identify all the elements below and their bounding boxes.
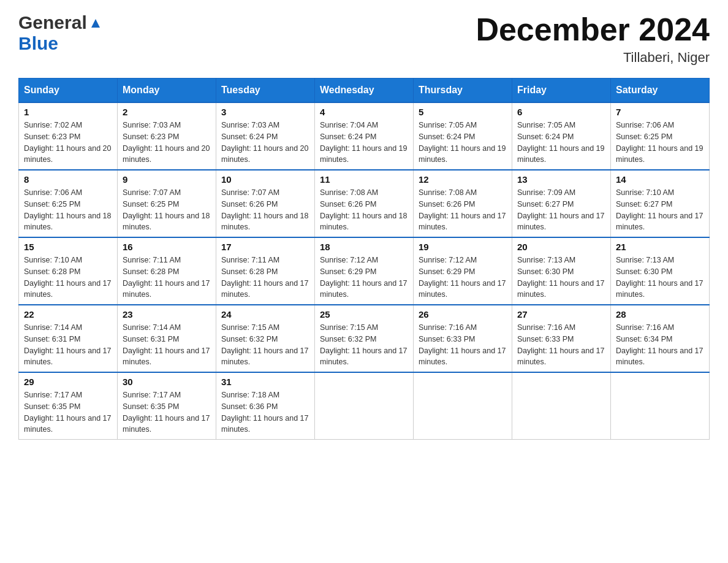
day-number: 31 xyxy=(221,377,309,387)
day-number: 7 xyxy=(616,107,704,117)
day-info: Sunrise: 7:02 AMSunset: 6:23 PMDaylight:… xyxy=(24,120,112,166)
day-info: Sunrise: 7:03 AMSunset: 6:24 PMDaylight:… xyxy=(221,120,309,166)
table-row: 25Sunrise: 7:15 AMSunset: 6:32 PMDayligh… xyxy=(315,305,414,372)
table-row xyxy=(315,372,414,440)
day-number: 28 xyxy=(616,309,704,320)
day-number: 15 xyxy=(24,242,112,252)
table-row: 10Sunrise: 7:07 AMSunset: 6:26 PMDayligh… xyxy=(216,170,315,237)
day-info: Sunrise: 7:17 AMSunset: 6:35 PMDaylight:… xyxy=(24,389,112,435)
table-row: 28Sunrise: 7:16 AMSunset: 6:34 PMDayligh… xyxy=(611,305,710,372)
day-number: 4 xyxy=(320,107,408,117)
day-info: Sunrise: 7:03 AMSunset: 6:23 PMDaylight:… xyxy=(123,120,211,166)
day-info: Sunrise: 7:10 AMSunset: 6:28 PMDaylight:… xyxy=(24,255,112,301)
day-info: Sunrise: 7:04 AMSunset: 6:24 PMDaylight:… xyxy=(320,120,408,166)
calendar-week-row: 1Sunrise: 7:02 AMSunset: 6:23 PMDaylight… xyxy=(19,102,710,170)
table-row: 8Sunrise: 7:06 AMSunset: 6:25 PMDaylight… xyxy=(19,170,118,237)
day-info: Sunrise: 7:09 AMSunset: 6:27 PMDaylight:… xyxy=(517,187,605,233)
table-row: 3Sunrise: 7:03 AMSunset: 6:24 PMDaylight… xyxy=(216,102,315,170)
day-number: 30 xyxy=(123,377,211,387)
day-info: Sunrise: 7:12 AMSunset: 6:29 PMDaylight:… xyxy=(419,255,507,301)
table-row: 26Sunrise: 7:16 AMSunset: 6:33 PMDayligh… xyxy=(414,305,512,372)
table-row: 9Sunrise: 7:07 AMSunset: 6:25 PMDaylight… xyxy=(118,170,216,237)
day-number: 22 xyxy=(24,309,112,320)
day-number: 1 xyxy=(24,107,112,117)
table-row: 31Sunrise: 7:18 AMSunset: 6:36 PMDayligh… xyxy=(216,372,315,440)
day-info: Sunrise: 7:11 AMSunset: 6:28 PMDaylight:… xyxy=(123,255,211,301)
table-row xyxy=(611,372,710,440)
day-number: 11 xyxy=(320,174,408,185)
day-info: Sunrise: 7:08 AMSunset: 6:26 PMDaylight:… xyxy=(320,187,408,233)
table-row: 19Sunrise: 7:12 AMSunset: 6:29 PMDayligh… xyxy=(414,237,512,305)
logo-blue-text: Blue xyxy=(18,33,58,53)
table-row: 15Sunrise: 7:10 AMSunset: 6:28 PMDayligh… xyxy=(19,237,118,305)
table-row: 11Sunrise: 7:08 AMSunset: 6:26 PMDayligh… xyxy=(315,170,414,237)
day-number: 13 xyxy=(517,174,605,185)
table-row: 2Sunrise: 7:03 AMSunset: 6:23 PMDaylight… xyxy=(118,102,216,170)
day-number: 5 xyxy=(419,107,507,117)
day-number: 2 xyxy=(123,107,211,117)
day-info: Sunrise: 7:14 AMSunset: 6:31 PMDaylight:… xyxy=(123,322,211,368)
day-number: 12 xyxy=(419,174,507,185)
table-row: 29Sunrise: 7:17 AMSunset: 6:35 PMDayligh… xyxy=(19,372,118,440)
page-header: General Blue December 2024 Tillaberi, Ni… xyxy=(18,12,710,66)
day-info: Sunrise: 7:07 AMSunset: 6:25 PMDaylight:… xyxy=(123,187,211,233)
table-row xyxy=(414,372,512,440)
day-number: 23 xyxy=(123,309,211,320)
table-row: 23Sunrise: 7:14 AMSunset: 6:31 PMDayligh… xyxy=(118,305,216,372)
day-info: Sunrise: 7:06 AMSunset: 6:25 PMDaylight:… xyxy=(24,187,112,233)
calendar-week-row: 22Sunrise: 7:14 AMSunset: 6:31 PMDayligh… xyxy=(19,305,710,372)
col-saturday: Saturday xyxy=(611,79,710,103)
day-info: Sunrise: 7:14 AMSunset: 6:31 PMDaylight:… xyxy=(24,322,112,368)
day-info: Sunrise: 7:10 AMSunset: 6:27 PMDaylight:… xyxy=(616,187,704,233)
day-info: Sunrise: 7:15 AMSunset: 6:32 PMDaylight:… xyxy=(221,322,309,368)
day-number: 25 xyxy=(320,309,408,320)
day-info: Sunrise: 7:06 AMSunset: 6:25 PMDaylight:… xyxy=(616,120,704,166)
day-number: 18 xyxy=(320,242,408,252)
day-number: 16 xyxy=(123,242,211,252)
day-number: 17 xyxy=(221,242,309,252)
day-info: Sunrise: 7:08 AMSunset: 6:26 PMDaylight:… xyxy=(419,187,507,233)
table-row: 4Sunrise: 7:04 AMSunset: 6:24 PMDaylight… xyxy=(315,102,414,170)
day-info: Sunrise: 7:18 AMSunset: 6:36 PMDaylight:… xyxy=(221,389,309,435)
day-number: 24 xyxy=(221,309,309,320)
calendar-week-row: 15Sunrise: 7:10 AMSunset: 6:28 PMDayligh… xyxy=(19,237,710,305)
calendar-table: Sunday Monday Tuesday Wednesday Thursday… xyxy=(18,78,710,440)
table-row: 21Sunrise: 7:13 AMSunset: 6:30 PMDayligh… xyxy=(611,237,710,305)
calendar-week-row: 8Sunrise: 7:06 AMSunset: 6:25 PMDaylight… xyxy=(19,170,710,237)
col-sunday: Sunday xyxy=(19,79,118,103)
table-row: 18Sunrise: 7:12 AMSunset: 6:29 PMDayligh… xyxy=(315,237,414,305)
table-row: 22Sunrise: 7:14 AMSunset: 6:31 PMDayligh… xyxy=(19,305,118,372)
logo: General Blue xyxy=(18,12,102,54)
day-info: Sunrise: 7:16 AMSunset: 6:34 PMDaylight:… xyxy=(616,322,704,368)
month-title: December 2024 xyxy=(476,12,710,47)
table-row: 16Sunrise: 7:11 AMSunset: 6:28 PMDayligh… xyxy=(118,237,216,305)
col-wednesday: Wednesday xyxy=(315,79,414,103)
day-number: 26 xyxy=(419,309,507,320)
day-info: Sunrise: 7:07 AMSunset: 6:26 PMDaylight:… xyxy=(221,187,309,233)
day-number: 9 xyxy=(123,174,211,185)
table-row: 12Sunrise: 7:08 AMSunset: 6:26 PMDayligh… xyxy=(414,170,512,237)
day-info: Sunrise: 7:16 AMSunset: 6:33 PMDaylight:… xyxy=(517,322,605,368)
day-info: Sunrise: 7:13 AMSunset: 6:30 PMDaylight:… xyxy=(517,255,605,301)
day-number: 19 xyxy=(419,242,507,252)
location-title: Tillaberi, Niger xyxy=(476,50,710,66)
day-info: Sunrise: 7:12 AMSunset: 6:29 PMDaylight:… xyxy=(320,255,408,301)
table-row xyxy=(512,372,611,440)
table-row: 20Sunrise: 7:13 AMSunset: 6:30 PMDayligh… xyxy=(512,237,611,305)
day-number: 14 xyxy=(616,174,704,185)
day-number: 21 xyxy=(616,242,704,252)
col-thursday: Thursday xyxy=(414,79,512,103)
day-number: 6 xyxy=(517,107,605,117)
day-info: Sunrise: 7:05 AMSunset: 6:24 PMDaylight:… xyxy=(419,120,507,166)
table-row: 17Sunrise: 7:11 AMSunset: 6:28 PMDayligh… xyxy=(216,237,315,305)
table-row: 27Sunrise: 7:16 AMSunset: 6:33 PMDayligh… xyxy=(512,305,611,372)
table-row: 13Sunrise: 7:09 AMSunset: 6:27 PMDayligh… xyxy=(512,170,611,237)
day-info: Sunrise: 7:16 AMSunset: 6:33 PMDaylight:… xyxy=(419,322,507,368)
day-info: Sunrise: 7:15 AMSunset: 6:32 PMDaylight:… xyxy=(320,322,408,368)
calendar-week-row: 29Sunrise: 7:17 AMSunset: 6:35 PMDayligh… xyxy=(19,372,710,440)
day-number: 27 xyxy=(517,309,605,320)
day-info: Sunrise: 7:13 AMSunset: 6:30 PMDaylight:… xyxy=(616,255,704,301)
col-monday: Monday xyxy=(118,79,216,103)
day-number: 3 xyxy=(221,107,309,117)
table-row: 1Sunrise: 7:02 AMSunset: 6:23 PMDaylight… xyxy=(19,102,118,170)
